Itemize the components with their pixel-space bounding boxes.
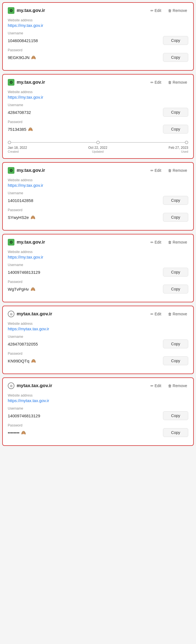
eye-slash-icon[interactable]: 🙈 [31,287,35,291]
remove-button[interactable]: 🗑Remove [167,383,188,389]
trash-icon: 🗑 [168,80,172,85]
timeline-dot-created [8,141,11,144]
edit-button[interactable]: ✏Edit [149,80,162,85]
password-value-area: SYwyHS2e🙈 [8,215,35,220]
website-label: Website address [8,322,188,326]
username-value: 4284708732055 [8,342,38,346]
gear-icon: ⚙ [8,7,14,14]
username-with-copy: 4284708732055Copy [8,339,188,348]
eye-slash-icon[interactable]: 🙈 [31,359,36,363]
edit-button[interactable]: ✏Edit [149,383,162,389]
copy-password-button[interactable]: Copy [163,285,188,293]
website-url[interactable]: https://my.tax.gov.ir [8,183,43,188]
card-header: ⚙my.tax.gov.ir✏Edit🗑Remove [8,167,188,174]
username-field: Username14009746813129Copy [8,263,188,277]
remove-label: Remove [173,168,187,173]
username-value: 1046008421158 [8,38,38,43]
remove-button[interactable]: 🗑Remove [167,239,188,245]
username-label: Username [8,335,188,339]
card-header: ⊕mytax.tax.gov.ir✏Edit🗑Remove [8,382,188,389]
copy-username-button[interactable]: Copy [163,411,188,420]
password-field: PasswordSYwyHS2e🙈Copy [8,208,188,222]
gear-icon: ⚙ [8,239,14,246]
password-value-area: WgTvPgHv🙈 [8,287,35,292]
site-name: my.tax.gov.ir [17,80,45,85]
pencil-icon: ✏ [150,9,154,13]
edit-label: Edit [155,80,161,85]
eye-slash-icon[interactable]: 🙈 [31,55,36,60]
username-value: 14009746813129 [8,413,40,418]
remove-label: Remove [173,384,187,388]
remove-button[interactable]: 🗑Remove [167,168,188,173]
edit-button[interactable]: ✏Edit [149,168,162,173]
trash-icon: 🗑 [168,384,172,388]
pencil-icon: ✏ [150,168,154,173]
card-actions: ✏Edit🗑Remove [149,239,188,245]
edit-label: Edit [155,168,161,173]
eye-slash-icon[interactable]: 🙈 [28,127,33,131]
password-value-area: ••••••••🙈 [8,430,26,435]
timeline-label-used: Feb 27, 2023Used [169,146,188,153]
website-label: Website address [8,90,188,94]
website-url[interactable]: https://my.tax.gov.ir [8,95,43,99]
username-field: Username14010142858Copy [8,191,188,205]
timeline-type-created: Created [8,150,27,153]
website-url[interactable]: https://my.tax.gov.ir [8,255,43,259]
copy-username-button[interactable]: Copy [163,108,188,117]
eye-slash-icon[interactable]: 🙈 [31,215,35,219]
timeline-date-updated: Oct 22, 2022 [88,146,107,150]
password-label: Password [8,208,188,212]
password-with-copy: WgTvPgHv🙈Copy [8,285,188,293]
site-name: my.tax.gov.ir [17,168,45,173]
copy-password-button[interactable]: Copy [163,213,188,222]
timeline-dots [8,141,188,144]
trash-icon: 🗑 [168,240,172,244]
website-url[interactable]: https://mytax.tax.gov.ir [8,398,49,403]
copy-password-button[interactable]: Copy [163,125,188,134]
remove-button[interactable]: 🗑Remove [167,311,188,317]
username-field: Username1046008421158Copy [8,31,188,45]
edit-button[interactable]: ✏Edit [149,311,162,317]
remove-button[interactable]: 🗑Remove [167,80,188,85]
site-name: my.tax.gov.ir [17,239,45,245]
copy-password-button[interactable]: Copy [163,428,188,437]
card-title-area: ⊕mytax.tax.gov.ir [8,382,52,389]
username-with-copy: 14010142858Copy [8,196,188,205]
password-label: Password [8,352,188,356]
website-field: Website addresshttps://mytax.tax.gov.ir [8,322,188,331]
password-masked-value: SYwyHS2e [8,215,29,220]
website-url[interactable]: https://my.tax.gov.ir [8,23,43,28]
card-actions: ✏Edit🗑Remove [149,311,188,317]
copy-password-button[interactable]: Copy [163,356,188,365]
username-field: Username14009746813129Copy [8,407,188,420]
edit-button[interactable]: ✏Edit [149,8,162,13]
copy-username-button[interactable]: Copy [163,339,188,348]
copy-username-button[interactable]: Copy [163,196,188,205]
password-field: Password9EGK9GJN🙈Copy [8,48,188,62]
password-field: Password75134385🙈Copy [8,120,188,134]
password-label: Password [8,280,188,284]
edit-button[interactable]: ✏Edit [149,239,162,245]
copy-username-button[interactable]: Copy [163,268,188,277]
card-title-area: ⚙my.tax.gov.ir [8,7,45,14]
gear-icon: ⚙ [8,167,14,174]
password-masked-value: KN99DQTq [8,359,29,363]
eye-slash-icon[interactable]: 🙈 [21,430,26,435]
pencil-icon: ✏ [150,240,154,244]
card-header: ⚙my.tax.gov.ir✏Edit🗑Remove [8,79,188,86]
username-label: Username [8,407,188,410]
website-url[interactable]: https://mytax.tax.gov.ir [8,326,49,331]
card-header: ⊕mytax.tax.gov.ir✏Edit🗑Remove [8,311,188,317]
timeline-dot-updated [96,141,100,144]
copy-username-button[interactable]: Copy [163,36,188,45]
copy-password-button[interactable]: Copy [163,53,188,62]
credential-card-3: ⚙my.tax.gov.ir✏Edit🗑RemoveWebsite addres… [2,162,194,231]
password-value-area: 9EGK9GJN🙈 [8,55,36,60]
password-with-copy: 75134385🙈Copy [8,125,188,134]
edit-label: Edit [155,384,161,388]
pencil-icon: ✏ [150,384,154,388]
username-field: Username4284708732055Copy [8,335,188,348]
website-field: Website addresshttps://my.tax.gov.ir [8,250,188,260]
remove-button[interactable]: 🗑Remove [167,8,188,13]
website-field: Website addresshttps://my.tax.gov.ir [8,18,188,28]
